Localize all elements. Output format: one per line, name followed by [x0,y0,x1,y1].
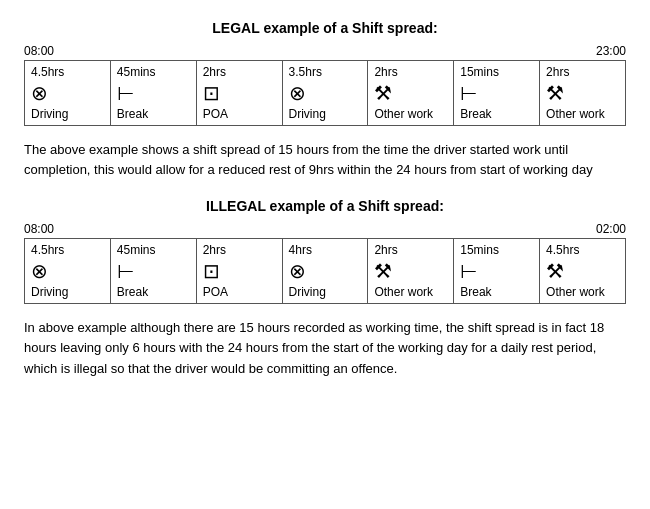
legal-description: The above example shows a shift spread o… [24,140,626,180]
cell-icon: ⊢ [460,81,533,105]
cell-label: Break [460,107,533,121]
illegal-end-time: 02:00 [596,222,626,236]
table-cell: 45mins ⊢ Break [110,239,196,304]
table-cell: 4.5hrs ⊗ Driving [25,61,111,126]
cell-duration: 15mins [460,243,533,257]
cell-duration: 4.5hrs [546,243,619,257]
table-cell: 45mins ⊢ Break [110,61,196,126]
cell-icon: ⊗ [31,259,104,283]
table-cell: 3.5hrs ⊗ Driving [282,61,368,126]
cell-label: Other work [374,107,447,121]
cell-duration: 45mins [117,243,190,257]
cell-label: POA [203,107,276,121]
cell-label: Break [117,107,190,121]
cell-duration: 2hrs [546,65,619,79]
illegal-table-row: 4.5hrs ⊗ Driving 45mins ⊢ Break 2hrs ⊡ P… [25,239,626,304]
cell-label: Other work [374,285,447,299]
cell-icon: ⚒ [546,259,619,283]
legal-table: 4.5hrs ⊗ Driving 45mins ⊢ Break 2hrs ⊡ P… [24,60,626,126]
cell-label: Break [460,285,533,299]
cell-duration: 4hrs [289,243,362,257]
cell-duration: 2hrs [374,243,447,257]
cell-label: Driving [31,285,104,299]
illegal-start-time: 08:00 [24,222,54,236]
cell-label: Other work [546,285,619,299]
cell-icon: ⊢ [117,259,190,283]
cell-duration: 3.5hrs [289,65,362,79]
cell-icon: ⊢ [117,81,190,105]
cell-duration: 45mins [117,65,190,79]
legal-title: LEGAL example of a Shift spread: [24,20,626,36]
cell-duration: 2hrs [374,65,447,79]
cell-label: Driving [289,285,362,299]
table-cell: 4.5hrs ⊗ Driving [25,239,111,304]
cell-icon: ⚒ [546,81,619,105]
illegal-title: ILLEGAL example of a Shift spread: [24,198,626,214]
cell-duration: 2hrs [203,243,276,257]
cell-label: POA [203,285,276,299]
cell-icon: ⊗ [31,81,104,105]
cell-duration: 2hrs [203,65,276,79]
legal-section: LEGAL example of a Shift spread: 08:00 2… [24,20,626,180]
table-cell: 2hrs ⊡ POA [196,61,282,126]
cell-duration: 15mins [460,65,533,79]
legal-time-row: 08:00 23:00 [24,44,626,58]
table-cell: 4.5hrs ⚒ Other work [540,239,626,304]
illegal-table: 4.5hrs ⊗ Driving 45mins ⊢ Break 2hrs ⊡ P… [24,238,626,304]
cell-icon: ⚒ [374,259,447,283]
cell-icon: ⊡ [203,81,276,105]
legal-table-row: 4.5hrs ⊗ Driving 45mins ⊢ Break 2hrs ⊡ P… [25,61,626,126]
table-cell: 2hrs ⚒ Other work [368,239,454,304]
table-cell: 15mins ⊢ Break [454,239,540,304]
illegal-time-row: 08:00 02:00 [24,222,626,236]
cell-icon: ⊢ [460,259,533,283]
table-cell: 4hrs ⊗ Driving [282,239,368,304]
table-cell: 2hrs ⚒ Other work [540,61,626,126]
cell-icon: ⊡ [203,259,276,283]
cell-label: Driving [289,107,362,121]
cell-icon: ⊗ [289,81,362,105]
illegal-section: ILLEGAL example of a Shift spread: 08:00… [24,198,626,378]
table-cell: 15mins ⊢ Break [454,61,540,126]
cell-label: Driving [31,107,104,121]
cell-icon: ⊗ [289,259,362,283]
table-cell: 2hrs ⊡ POA [196,239,282,304]
cell-icon: ⚒ [374,81,447,105]
cell-duration: 4.5hrs [31,65,104,79]
legal-start-time: 08:00 [24,44,54,58]
cell-label: Other work [546,107,619,121]
legal-end-time: 23:00 [596,44,626,58]
cell-label: Break [117,285,190,299]
cell-duration: 4.5hrs [31,243,104,257]
table-cell: 2hrs ⚒ Other work [368,61,454,126]
illegal-description: In above example although there are 15 h… [24,318,626,378]
